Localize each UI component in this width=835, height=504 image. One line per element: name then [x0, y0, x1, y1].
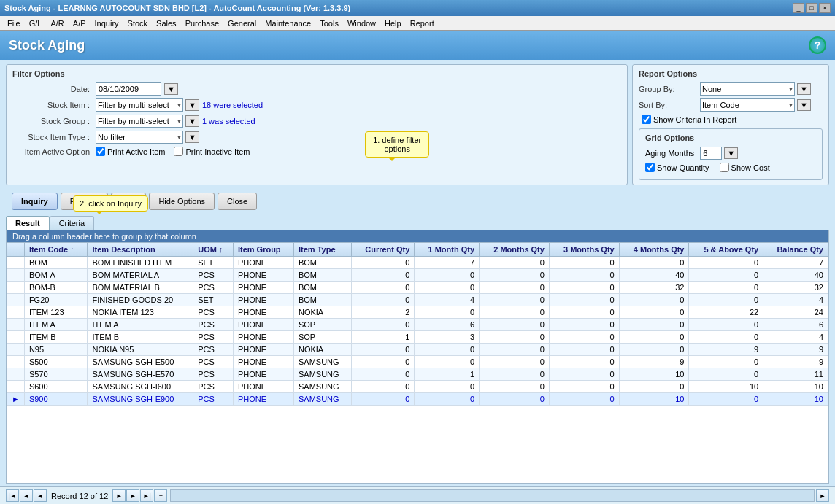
th-3months-qty[interactable]: 3 Months Qty	[549, 243, 619, 257]
stock-group-dropdown-icon[interactable]: ▼	[185, 115, 199, 127]
maximize-button[interactable]: □	[806, 3, 817, 13]
nav-prev-button[interactable]: ◄	[20, 489, 33, 502]
show-qty-checkbox-label[interactable]: Show Quantity	[645, 163, 709, 172]
hide-options-button[interactable]: Hide Options	[149, 193, 215, 210]
scroll-right-button[interactable]: ►	[816, 489, 829, 502]
stock-item-row: Stock Item : Filter by multi-select ▼ 18…	[12, 98, 621, 112]
aging-months-row: Aging Months ▼	[645, 147, 816, 160]
stock-item-select[interactable]: Filter by multi-select	[96, 98, 183, 112]
th-item-desc[interactable]: Item Description	[88, 243, 193, 257]
menu-sales[interactable]: Sales	[152, 18, 181, 28]
nav-first-button[interactable]: |◄	[6, 489, 19, 502]
stock-item-dropdown-icon[interactable]: ▼	[185, 99, 199, 111]
th-current-qty[interactable]: Current Qty	[352, 243, 415, 257]
show-qty-text: Show Quantity	[657, 163, 709, 172]
th-2months-qty[interactable]: 2 Months Qty	[480, 243, 550, 257]
th-uom[interactable]: UOM ↑	[193, 243, 234, 257]
table-body: BOMBOM FINISHED ITEMSETPHONEBOM0700007BO…	[7, 257, 828, 406]
menu-ap[interactable]: A/P	[69, 18, 91, 28]
show-cost-checkbox-label[interactable]: Show Cost	[720, 163, 770, 172]
show-criteria-checkbox-label[interactable]: Show Criteria In Report	[642, 115, 736, 124]
group-by-select[interactable]: None	[700, 82, 795, 96]
aging-months-spin-icon[interactable]: ▼	[724, 147, 738, 159]
th-item-type[interactable]: Item Type	[293, 243, 352, 257]
stock-item-type-dropdown-icon[interactable]: ▼	[185, 131, 199, 143]
menu-tools[interactable]: Tools	[315, 18, 343, 28]
table-cell: 0	[352, 356, 415, 368]
table-cell: PHONE	[233, 306, 293, 319]
print-active-checkbox[interactable]	[96, 147, 105, 156]
table-cell: PHONE	[233, 393, 293, 406]
table-row[interactable]: ITEM AITEM APCSPHONESOP0600006	[7, 319, 828, 331]
th-item-group[interactable]: Item Group	[233, 243, 293, 257]
date-input[interactable]: 08/10/2009	[96, 82, 161, 96]
table-row[interactable]: BOMBOM FINISHED ITEMSETPHONEBOM0700007	[7, 257, 828, 269]
close-button[interactable]: Close	[218, 193, 257, 210]
stock-item-type-select[interactable]: No filter	[96, 131, 183, 144]
nav-next-button[interactable]: ►	[112, 489, 126, 502]
menu-maintenance[interactable]: Maintenance	[261, 18, 315, 28]
table-cell: 32	[763, 282, 828, 294]
th-1month-qty[interactable]: 1 Month Qty	[415, 243, 480, 257]
nav-next2-button[interactable]: ►	[126, 489, 139, 502]
th-balance-qty[interactable]: Balance Qty	[763, 243, 828, 257]
horizontal-scrollbar[interactable]	[170, 489, 815, 502]
tab-result[interactable]: Result	[6, 216, 50, 230]
menu-gl[interactable]: G/L	[25, 18, 47, 28]
nav-last-button[interactable]: ►|	[140, 489, 153, 502]
table-row[interactable]: ►S900SAMSUNG SGH-E900PCSPHONESAMSUNG0000…	[7, 393, 828, 406]
table-row[interactable]: BOM-ABOM MATERIAL APCSPHONEBOM000040040	[7, 269, 828, 282]
table-cell: PHONE	[233, 257, 293, 269]
sort-by-dropdown-icon[interactable]: ▼	[797, 99, 811, 111]
stock-item-link[interactable]: 18 were selected	[202, 101, 263, 109]
table-row[interactable]: N95NOKIA N95PCSPHONENOKIA0000099	[7, 344, 828, 356]
show-criteria-checkbox[interactable]	[642, 115, 651, 124]
table-cell: 0	[415, 306, 480, 319]
show-cost-checkbox[interactable]	[720, 163, 729, 172]
menu-general[interactable]: General	[223, 18, 261, 28]
print-active-checkbox-label[interactable]: Print Active Item	[96, 147, 165, 156]
table-row[interactable]: ITEM BITEM BPCSPHONESOP1300004	[7, 331, 828, 344]
print-inactive-checkbox-label[interactable]: Print Inactive Item	[174, 147, 250, 156]
menu-ar[interactable]: A/R	[46, 18, 68, 28]
inquiry-button[interactable]: Inquiry	[12, 193, 58, 210]
help-button[interactable]: ?	[809, 36, 826, 54]
th-item-code[interactable]: Item Code ↑	[24, 243, 88, 257]
table-row[interactable]: S500SAMSUNG SGH-E500PCSPHONESAMSUNG00009…	[7, 356, 828, 368]
table-row[interactable]: S600SAMSUNG SGH-I600PCSPHONESAMSUNG00000…	[7, 381, 828, 393]
aging-months-input[interactable]	[700, 147, 722, 160]
print-inactive-checkbox[interactable]	[174, 147, 183, 156]
table-cell: 0	[549, 319, 619, 331]
th-5above-qty[interactable]: 5 & Above Qty	[689, 243, 763, 257]
show-qty-checkbox[interactable]	[645, 163, 655, 172]
record-count-label: Record 12 of 12	[51, 492, 108, 500]
menu-purchase[interactable]: Purchase	[181, 18, 223, 28]
menu-report[interactable]: Report	[406, 18, 439, 28]
nav-add-button[interactable]: +	[154, 489, 167, 502]
stock-group-select[interactable]: Filter by multi-select	[96, 115, 183, 128]
menu-window[interactable]: Window	[343, 18, 380, 28]
menu-help[interactable]: Help	[380, 18, 406, 28]
table-cell: 0	[352, 393, 415, 406]
menu-file[interactable]: File	[3, 18, 25, 28]
menu-inquiry[interactable]: Inquiry	[91, 18, 123, 28]
minimize-button[interactable]: _	[793, 3, 804, 13]
nav-prev2-button[interactable]: ◄	[34, 489, 47, 502]
th-4months-qty[interactable]: 4 Months Qty	[619, 243, 689, 257]
close-button[interactable]: ×	[819, 3, 831, 13]
menu-stock[interactable]: Stock	[123, 18, 153, 28]
show-cost-text: Show Cost	[731, 163, 770, 172]
table-row[interactable]: BOM-BBOM MATERIAL BPCSPHONEBOM000032032	[7, 282, 828, 294]
table-cell: PCS	[193, 319, 234, 331]
sort-by-select[interactable]: Item Code	[700, 98, 795, 112]
date-calendar-icon[interactable]: ▼	[164, 83, 178, 95]
table-row[interactable]: FG20FINISHED GOODS 20SETPHONEBOM0400004	[7, 294, 828, 306]
table-cell: 0	[480, 306, 550, 319]
table-row[interactable]: S570SAMSUNG SGH-E570PCSPHONESAMSUNG01001…	[7, 368, 828, 381]
table-cell: BOM FINISHED ITEM	[88, 257, 193, 269]
group-by-dropdown-icon[interactable]: ▼	[797, 83, 811, 95]
data-table-container[interactable]: Drag a column header here to group by th…	[6, 230, 829, 484]
stock-group-link[interactable]: 1 was selected	[202, 117, 255, 125]
tab-criteria[interactable]: Criteria	[50, 216, 94, 230]
table-row[interactable]: ITEM 123NOKIA ITEM 123PCSPHONENOKIA20000…	[7, 306, 828, 319]
